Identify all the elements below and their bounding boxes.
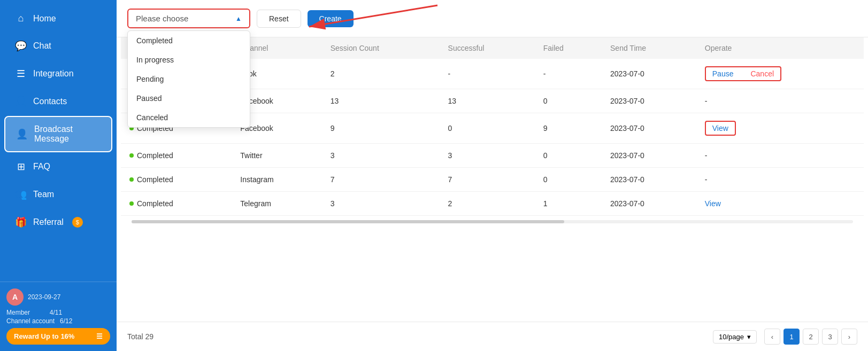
sidebar-user-section: A 2023-09-27 Member 4/11 Channel account… — [0, 282, 117, 351]
dropdown-menu: Completed In progress Pending Paused Can… — [127, 30, 250, 128]
row-failed: 9 — [535, 113, 602, 144]
sidebar-item-broadcast[interactable]: 👤 Broadcast Message — [4, 116, 112, 152]
col-successful: Successful — [440, 37, 535, 59]
dropdown-option-canceled[interactable]: Canceled — [128, 108, 250, 127]
row-failed: - — [535, 59, 602, 89]
row-successful: 13 — [440, 89, 535, 113]
main-content: Please choose ▲ Completed In progress Pe… — [117, 0, 868, 351]
row-session-count: 9 — [322, 113, 440, 144]
sidebar-item-team[interactable]: 👥 Team — [4, 181, 112, 208]
row-successful: 2 — [440, 192, 535, 216]
footer: Total 29 10/page ▾ ‹ 1 2 3 › — [117, 322, 868, 351]
horizontal-scrollbar[interactable] — [132, 220, 853, 223]
sidebar-item-label: FAQ — [33, 162, 50, 171]
reward-bar[interactable]: Reward Up to 16% ☰ — [6, 328, 110, 345]
sidebar-item-label: Contacts — [33, 97, 67, 106]
table-row: Completed Telegram 3 2 1 2023-07-0 View — [121, 192, 864, 216]
row-failed: 0 — [535, 168, 602, 192]
user-member: Member 4/11 Channel account 6/12 — [6, 309, 110, 325]
row-status: Completed — [121, 144, 232, 168]
pause-button[interactable]: Pause — [712, 69, 734, 78]
sidebar-item-faq[interactable]: ⊞ FAQ — [4, 153, 112, 180]
sidebar-item-label: Team — [33, 190, 54, 199]
sidebar-item-chat[interactable]: 💬 Chat — [4, 33, 112, 59]
reset-button[interactable]: Reset — [257, 10, 301, 28]
referral-badge: $ — [72, 217, 83, 228]
table-row: Completed Twitter 3 3 0 2023-07-0 - — [121, 144, 864, 168]
row-session-count: 3 — [322, 192, 440, 216]
row-status: Completed — [121, 192, 232, 216]
cancel-button[interactable]: Cancel — [750, 69, 774, 78]
row-send-time: 2023-07-0 — [602, 144, 696, 168]
operate-box-view: View — [705, 121, 736, 136]
col-send-time: Send Time — [602, 37, 696, 59]
row-operate: - — [696, 89, 864, 113]
dropdown-option-pending[interactable]: Pending — [128, 69, 250, 89]
scrollbar-thumb — [132, 220, 564, 223]
status-dropdown[interactable]: Please choose ▲ — [127, 9, 250, 28]
status-dropdown-wrapper: Please choose ▲ Completed In progress Pe… — [127, 9, 250, 28]
page-2-button[interactable]: 2 — [803, 329, 819, 345]
row-failed: 0 — [535, 89, 602, 113]
chevron-down-icon: ▾ — [747, 333, 751, 341]
view-button-telegram[interactable]: View — [705, 199, 721, 208]
row-session-count: 13 — [322, 89, 440, 113]
faq-icon: ⊞ — [15, 161, 27, 173]
row-successful: 7 — [440, 168, 535, 192]
status-dot — [129, 153, 134, 158]
avatar: A — [6, 288, 24, 306]
reward-label: Reward Up to 16% — [14, 332, 74, 340]
sidebar: ⌂ Home 💬 Chat ☰ Integration 👤 Contacts 👤… — [0, 0, 117, 351]
row-send-time: 2023-07-0 — [602, 192, 696, 216]
row-failed: 0 — [535, 144, 602, 168]
sidebar-item-contacts[interactable]: 👤 Contacts — [4, 88, 112, 115]
dropdown-option-paused[interactable]: Paused — [128, 89, 250, 108]
row-successful: 3 — [440, 144, 535, 168]
sidebar-item-label: Integration — [33, 69, 74, 79]
dropdown-value: Please choose — [136, 14, 188, 23]
contacts-icon: 👤 — [15, 96, 27, 107]
toolbar: Please choose ▲ Completed In progress Pe… — [117, 0, 868, 37]
total-count: Total 29 — [127, 332, 153, 341]
team-icon: 👥 — [15, 189, 27, 200]
dropdown-option-inprogress[interactable]: In progress — [128, 50, 250, 69]
row-send-time: 2023-07-0 — [602, 168, 696, 192]
col-session-count: Session Count — [322, 37, 440, 59]
sidebar-item-label: Referral — [33, 217, 64, 227]
row-channel: Instagram — [232, 168, 321, 192]
page-1-button[interactable]: 1 — [783, 329, 800, 345]
sidebar-item-home[interactable]: ⌂ Home — [4, 5, 112, 32]
broadcast-icon: 👤 — [16, 128, 28, 140]
chevron-up-icon: ▲ — [235, 15, 242, 22]
status-dot — [129, 201, 134, 206]
row-session-count: 3 — [322, 144, 440, 168]
status-dot — [129, 177, 134, 182]
page-3-button[interactable]: 3 — [822, 329, 838, 345]
dropdown-option-completed[interactable]: Completed — [128, 31, 250, 50]
user-date: 2023-09-27 — [28, 293, 60, 301]
row-operate: View — [696, 192, 864, 216]
col-failed: Failed — [535, 37, 602, 59]
sidebar-item-integration[interactable]: ☰ Integration — [4, 60, 112, 87]
create-button[interactable]: Create — [308, 10, 354, 27]
table-row: Completed Instagram 7 7 0 2023-07-0 - — [121, 168, 864, 192]
row-send-time: 2023-07-0 — [602, 113, 696, 144]
page-size-select[interactable]: 10/page ▾ — [713, 330, 757, 344]
pagination: 10/page ▾ ‹ 1 2 3 › — [713, 329, 857, 345]
row-channel: Telegram — [232, 192, 321, 216]
next-page-button[interactable]: › — [841, 329, 857, 345]
row-status: Completed — [121, 168, 232, 192]
home-icon: ⌂ — [15, 13, 27, 24]
prev-page-button[interactable]: ‹ — [764, 329, 780, 345]
row-successful: 0 — [440, 113, 535, 144]
sidebar-item-referral[interactable]: 🎁 Referral $ — [4, 209, 112, 236]
chat-icon: 💬 — [15, 40, 27, 52]
row-session-count: 2 — [322, 59, 440, 89]
col-operate: Operate — [696, 37, 864, 59]
sidebar-item-label: Broadcast Message — [34, 124, 101, 144]
view-button[interactable]: View — [712, 124, 728, 132]
row-successful: - — [440, 59, 535, 89]
sidebar-item-label: Chat — [33, 41, 51, 51]
operate-box: Pause Cancel — [705, 66, 781, 81]
row-send-time: 2023-07-0 — [602, 89, 696, 113]
